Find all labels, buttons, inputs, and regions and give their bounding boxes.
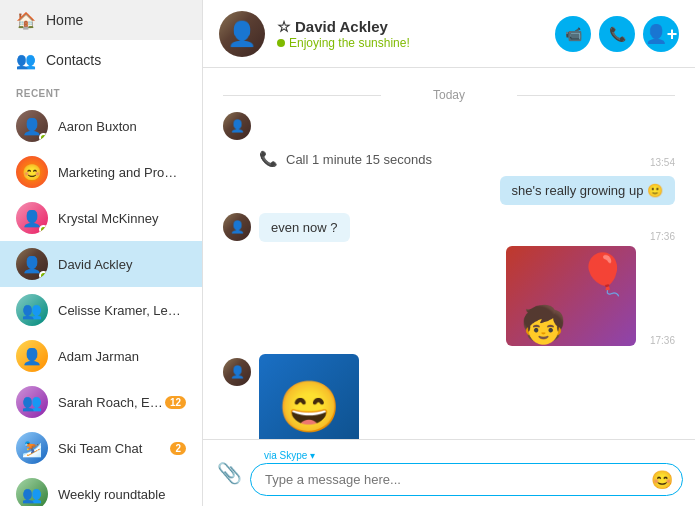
contact-name-celisse: Celisse Kramer, Lee Murphy, MJ... bbox=[58, 303, 186, 318]
attach-button[interactable]: 📎 bbox=[217, 461, 242, 485]
via-skype-label: via Skype ▾ bbox=[250, 450, 683, 461]
video-call-button[interactable]: 📹 bbox=[555, 16, 591, 52]
voice-call-button[interactable]: 📞 bbox=[599, 16, 635, 52]
message-input[interactable] bbox=[250, 463, 683, 496]
chat-header-avatar: 👤 bbox=[219, 11, 265, 57]
contact-weekly[interactable]: 👥 Weekly roundtable bbox=[0, 471, 202, 506]
contact-ski[interactable]: ⛷️ Ski Team Chat 2 bbox=[0, 425, 202, 471]
contact-name-krystal: Krystal McKinney bbox=[58, 211, 186, 226]
contact-adam[interactable]: 👤 Adam Jarman bbox=[0, 333, 202, 379]
add-contact-button[interactable]: 👤+ bbox=[643, 16, 679, 52]
contact-name-weekly: Weekly roundtable bbox=[58, 487, 186, 502]
avatar-weekly: 👥 bbox=[16, 478, 48, 506]
avatar-celisse: 👥 bbox=[16, 294, 48, 326]
nav-contacts[interactable]: 👥 Contacts bbox=[0, 40, 202, 80]
chat-header-status: Enjoying the sunshine! bbox=[277, 36, 555, 50]
msg-avatar-david-1: 👤 bbox=[223, 112, 251, 140]
header-actions: 📹 📞 👤+ bbox=[555, 16, 679, 52]
msg-time-1: 17:36 bbox=[642, 231, 675, 242]
message-image-right: 🎈 🧒 17:36 bbox=[223, 246, 675, 346]
star-icon[interactable]: ☆ bbox=[277, 18, 290, 36]
bubble-incoming-1: even now ? bbox=[259, 213, 350, 242]
status-dot-aaron bbox=[39, 133, 48, 142]
emoji-picker-button[interactable]: 😊 bbox=[651, 469, 673, 491]
date-divider: Today bbox=[223, 88, 675, 102]
input-field-container: 😊 bbox=[250, 463, 683, 496]
input-wrapper: via Skype ▾ 😊 bbox=[250, 450, 683, 496]
contacts-icon: 👥 bbox=[16, 50, 36, 70]
avatar-krystal: 👤 bbox=[16, 202, 48, 234]
image-boy: 😄 bbox=[259, 354, 359, 439]
avatar-marketing: 😊 bbox=[16, 156, 48, 188]
contact-name-david: David Ackley bbox=[58, 257, 186, 272]
call-time: 13:54 bbox=[642, 157, 675, 168]
message-row-1: 👤 bbox=[223, 112, 675, 140]
chat-header: 👤 ☆ David Ackley Enjoying the sunshine! … bbox=[203, 0, 695, 68]
contact-name-ski: Ski Team Chat bbox=[58, 441, 170, 456]
home-icon: 🏠 bbox=[16, 10, 36, 30]
chat-header-name: ☆ David Ackley bbox=[277, 18, 555, 36]
call-row: 📞 Call 1 minute 15 seconds 13:54 bbox=[223, 146, 675, 172]
main-chat: 👤 ☆ David Ackley Enjoying the sunshine! … bbox=[203, 0, 695, 506]
msg-avatar-david-3: 👤 bbox=[223, 358, 251, 386]
image-girl: 🎈 🧒 bbox=[506, 246, 636, 346]
contact-name-sarah: Sarah Roach, Eric Ishida bbox=[58, 395, 165, 410]
chat-header-info: ☆ David Ackley Enjoying the sunshine! bbox=[277, 18, 555, 50]
contact-sarah[interactable]: 👥 Sarah Roach, Eric Ishida 12 bbox=[0, 379, 202, 425]
contact-aaron[interactable]: 👤 Aaron Buxton bbox=[0, 103, 202, 149]
msg-time-image-right: 17:36 bbox=[642, 335, 675, 346]
nav-home-label: Home bbox=[46, 12, 83, 28]
contact-name-aaron: Aaron Buxton bbox=[58, 119, 186, 134]
badge-sarah: 12 bbox=[165, 396, 186, 409]
status-dot-david bbox=[39, 271, 48, 280]
contact-celisse[interactable]: 👥 Celisse Kramer, Lee Murphy, MJ... bbox=[0, 287, 202, 333]
avatar-sarah: 👥 bbox=[16, 386, 48, 418]
messages-area[interactable]: Today 👤 📞 Call 1 minute 15 seconds 13:54… bbox=[203, 68, 695, 439]
avatar-aaron: 👤 bbox=[16, 110, 48, 142]
recent-label: RECENT bbox=[0, 80, 202, 103]
contact-marketing[interactable]: 😊 Marketing and Promotion bbox=[0, 149, 202, 195]
avatar-david: 👤 bbox=[16, 248, 48, 280]
message-image-left: 👤 😄 17:36 bbox=[223, 354, 675, 439]
message-outgoing-1: she's really growing up 🙂 bbox=[223, 176, 675, 205]
contact-david[interactable]: 👤 David Ackley bbox=[0, 241, 202, 287]
msg-avatar-david-2: 👤 bbox=[223, 213, 251, 241]
status-dot-krystal bbox=[39, 225, 48, 234]
message-incoming-1: 👤 even now ? 17:36 bbox=[223, 213, 675, 242]
status-indicator bbox=[277, 39, 285, 47]
input-area: 📎 via Skype ▾ 😊 bbox=[203, 439, 695, 506]
call-text: Call 1 minute 15 seconds bbox=[286, 152, 432, 167]
nav-contacts-label: Contacts bbox=[46, 52, 101, 68]
sidebar: 🏠 Home 👥 Contacts RECENT 👤 Aaron Buxton … bbox=[0, 0, 203, 506]
avatar-adam: 👤 bbox=[16, 340, 48, 372]
contact-name-adam: Adam Jarman bbox=[58, 349, 186, 364]
contact-krystal[interactable]: 👤 Krystal McKinney bbox=[0, 195, 202, 241]
bubble-outgoing-1: she's really growing up 🙂 bbox=[500, 176, 675, 205]
avatar-ski: ⛷️ bbox=[16, 432, 48, 464]
call-icon: 📞 bbox=[259, 150, 278, 168]
contact-name-marketing: Marketing and Promotion bbox=[58, 165, 186, 180]
nav-home[interactable]: 🏠 Home bbox=[0, 0, 202, 40]
badge-ski: 2 bbox=[170, 442, 186, 455]
